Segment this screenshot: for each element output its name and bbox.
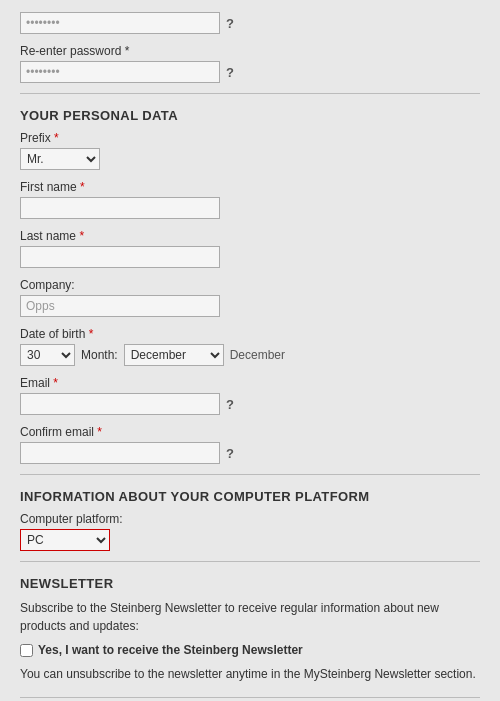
firstname-input[interactable]: [20, 197, 220, 219]
company-label: Company:: [20, 278, 480, 292]
section-personal-title: YOUR PERSONAL DATA: [20, 108, 480, 123]
newsletter-checkbox-label: Yes, I want to receive the Steinberg New…: [38, 643, 303, 657]
password-field-group: ?: [20, 12, 480, 34]
prefix-required: *: [54, 131, 59, 145]
company-field-group: Company:: [20, 278, 480, 317]
dob-field-group: Date of birth * 30 Month: December Janua…: [20, 327, 480, 366]
firstname-label: First name *: [20, 180, 480, 194]
password-input[interactable]: [20, 12, 220, 34]
divider-2: [20, 474, 480, 475]
dob-month-select[interactable]: December January February March April Ma…: [124, 344, 224, 366]
firstname-field-group: First name *: [20, 180, 480, 219]
divider-1: [20, 93, 480, 94]
newsletter-unsubscribe-text: You can unsubscribe to the newsletter an…: [20, 665, 480, 683]
email-label: Email *: [20, 376, 480, 390]
reenter-password-row: ?: [20, 61, 480, 83]
reenter-password-input[interactable]: [20, 61, 220, 83]
section-platform-title: INFORMATION ABOUT YOUR COMPUTER PLATFORM: [20, 489, 480, 504]
prefix-field-group: Prefix * Mr. Mrs. Ms. Dr.: [20, 131, 480, 170]
newsletter-subscribe-text: Subscribe to the Steinberg Newsletter to…: [20, 599, 480, 635]
email-row: ?: [20, 393, 480, 415]
confirm-email-field-group: Confirm email * ?: [20, 425, 480, 464]
divider-4: [20, 697, 480, 698]
firstname-required: *: [80, 180, 85, 194]
prefix-select[interactable]: Mr. Mrs. Ms. Dr.: [20, 148, 100, 170]
confirm-email-required: *: [97, 425, 102, 439]
dob-month-label: Month:: [81, 348, 118, 362]
lastname-required: *: [79, 229, 84, 243]
dob-label: Date of birth *: [20, 327, 480, 341]
email-help-icon[interactable]: ?: [226, 397, 234, 412]
confirm-email-help-icon[interactable]: ?: [226, 446, 234, 461]
lastname-field-group: Last name *: [20, 229, 480, 268]
email-required: *: [53, 376, 58, 390]
reenter-password-help-icon[interactable]: ?: [226, 65, 234, 80]
company-input[interactable]: [20, 295, 220, 317]
email-input[interactable]: [20, 393, 220, 415]
confirm-email-row: ?: [20, 442, 480, 464]
dob-required: *: [89, 327, 94, 341]
reenter-password-label: Re-enter password *: [20, 44, 480, 58]
dob-month-display: December: [230, 348, 285, 362]
page-container: ? Re-enter password * ? YOUR PERSONAL DA…: [0, 0, 500, 701]
platform-label: Computer platform:: [20, 512, 480, 526]
lastname-label: Last name *: [20, 229, 480, 243]
confirm-email-input[interactable]: [20, 442, 220, 464]
divider-3: [20, 561, 480, 562]
password-help-icon[interactable]: ?: [226, 16, 234, 31]
platform-field-group: Computer platform: PC Mac: [20, 512, 480, 551]
reenter-password-field-group: Re-enter password * ?: [20, 44, 480, 83]
newsletter-checkbox-row: Yes, I want to receive the Steinberg New…: [20, 643, 480, 657]
confirm-email-label: Confirm email *: [20, 425, 480, 439]
section-newsletter-title: NEWSLETTER: [20, 576, 480, 591]
prefix-label: Prefix *: [20, 131, 480, 145]
lastname-input[interactable]: [20, 246, 220, 268]
dob-day-select[interactable]: 30: [20, 344, 75, 366]
dob-row: 30 Month: December January February Marc…: [20, 344, 480, 366]
email-field-group: Email * ?: [20, 376, 480, 415]
platform-select[interactable]: PC Mac: [20, 529, 110, 551]
newsletter-checkbox[interactable]: [20, 644, 33, 657]
